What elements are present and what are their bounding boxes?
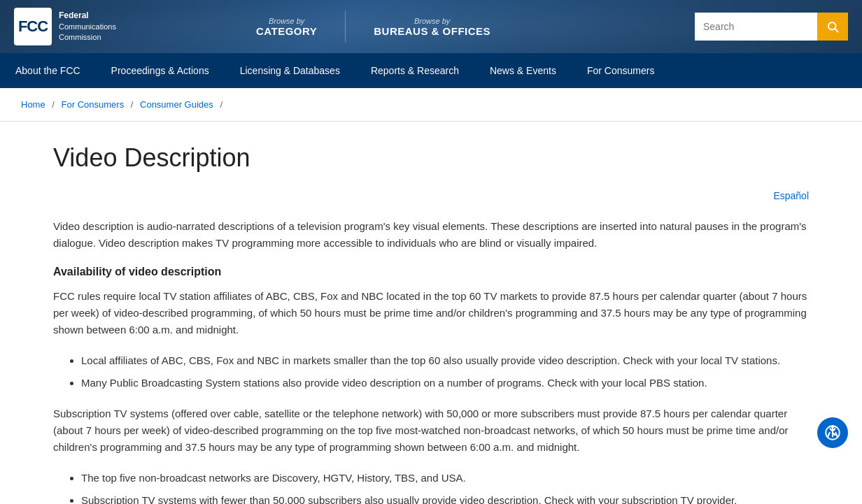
espanol-link-container: Español (53, 189, 809, 201)
search-button[interactable] (817, 13, 848, 41)
availability-paragraph: FCC rules require local TV station affil… (53, 288, 809, 338)
list-item-3: The top five non-broadcast networks are … (81, 470, 809, 487)
nav-reports[interactable]: Reports & Research (355, 53, 474, 88)
browse-buttons: Browse by CATEGORY Browse by BUREAUS & O… (228, 0, 518, 53)
browse-offices-btn[interactable]: Browse by BUREAUS & OFFICES (346, 0, 518, 53)
main-content: Video Description Español Video descript… (32, 122, 830, 504)
page-title: Video Description (53, 143, 809, 173)
nav-consumers[interactable]: For Consumers (572, 53, 670, 88)
browse-category-btn[interactable]: Browse by CATEGORY (228, 0, 345, 53)
fcc-logo-link[interactable]: FCC Federal Communications Commission (14, 8, 116, 45)
list-item-1: Local affiliates of ABC, CBS, Fox and NB… (81, 352, 809, 369)
subscription-list: The top five non-broadcast networks are … (81, 470, 809, 504)
site-header: FCC Federal Communications Commission Br… (0, 0, 862, 53)
search-form (695, 13, 848, 41)
fcc-logo-text: Federal Communications Commission (59, 10, 116, 43)
breadcrumb-consumer-guides[interactable]: Consumer Guides (140, 99, 213, 110)
accessibility-button[interactable] (817, 417, 848, 448)
intro-paragraph: Video description is audio-narrated desc… (53, 218, 809, 252)
svg-line-1 (835, 29, 838, 32)
fcc-logo-icon: FCC (14, 8, 52, 45)
nav-licensing[interactable]: Licensing & Databases (225, 53, 355, 88)
breadcrumb-home[interactable]: Home (21, 99, 45, 110)
breadcrumb-consumers[interactable]: For Consumers (62, 99, 125, 110)
espanol-link[interactable]: Español (773, 190, 809, 201)
availability-heading: Availability of video description (53, 266, 809, 278)
availability-list: Local affiliates of ABC, CBS, Fox and NB… (81, 352, 809, 391)
nav-about-fcc[interactable]: About the FCC (0, 53, 96, 88)
subscription-paragraph: Subscription TV systems (offered over ca… (53, 405, 809, 456)
nav-news[interactable]: News & Events (474, 53, 572, 88)
search-input[interactable] (695, 13, 817, 41)
list-item-2: Many Public Broadcasting System stations… (81, 375, 809, 391)
main-nav: About the FCC Proceedings & Actions Lice… (0, 53, 862, 88)
svg-point-0 (828, 22, 836, 30)
nav-proceedings[interactable]: Proceedings & Actions (96, 53, 225, 88)
list-item-4: Subscription TV systems with fewer than … (81, 492, 809, 504)
breadcrumb: Home / For Consumers / Consumer Guides / (0, 88, 862, 122)
